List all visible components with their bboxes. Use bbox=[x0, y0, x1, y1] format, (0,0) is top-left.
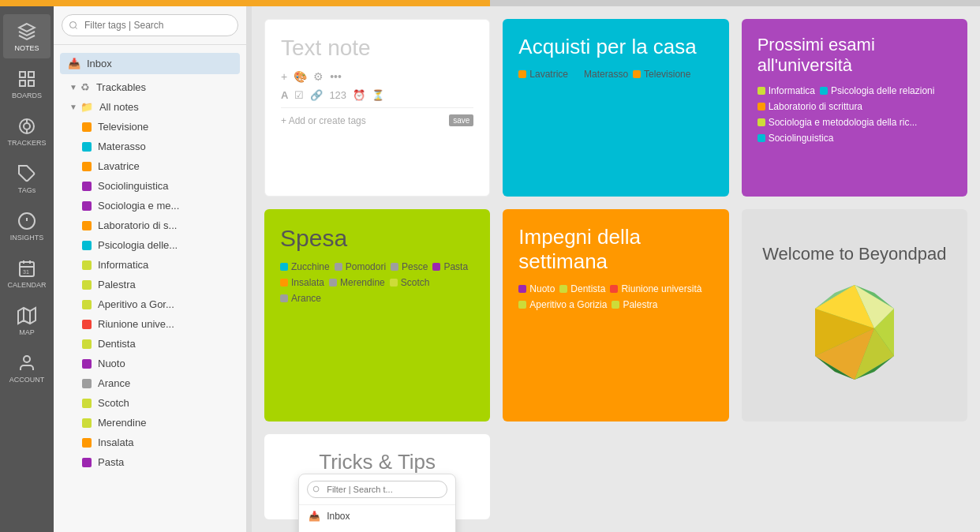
tag-chip: Dentista bbox=[559, 283, 605, 294]
overlay-search-input[interactable] bbox=[307, 481, 447, 498]
tag-chip: Sociolinguistica bbox=[757, 133, 834, 144]
allnotes-folder-icon: 📁 bbox=[80, 101, 93, 113]
list-item[interactable]: Sociolinguistica bbox=[54, 176, 246, 196]
list-item[interactable]: Informatica bbox=[54, 255, 246, 275]
list-item[interactable]: Sociologia e me... bbox=[54, 196, 246, 215]
svg-rect-2 bbox=[20, 81, 25, 86]
nav-account[interactable]: ACCOUNT bbox=[3, 346, 50, 390]
sidebar-trackables[interactable]: ▼ ♻ Trackables bbox=[54, 77, 246, 97]
prossimi-title: Prossimi esami all'università bbox=[757, 35, 952, 76]
timer-icon[interactable]: ⏳ bbox=[372, 89, 384, 101]
overlay-inbox-label: Inbox bbox=[327, 511, 350, 522]
tag-chip: Psicologia delle relazioni bbox=[820, 85, 934, 96]
nav-calendar-label: CALENDAR bbox=[7, 281, 46, 289]
tag-chip: Merendine bbox=[329, 277, 385, 288]
nav-map[interactable]: MAP bbox=[3, 298, 50, 343]
checkbox-icon[interactable]: ☑ bbox=[294, 89, 304, 101]
svg-rect-0 bbox=[20, 72, 25, 77]
tag-chip: Zucchine bbox=[280, 261, 330, 272]
impegni-tags: Nuoto Dentista Riunione università Aperi… bbox=[518, 283, 713, 310]
nav-tags-label: TAGs bbox=[18, 186, 36, 194]
impegni-title: Impegni della settimana bbox=[518, 225, 713, 274]
nav-account-label: ACCOUNT bbox=[9, 376, 45, 384]
list-item[interactable]: Aperitivo a Gor... bbox=[54, 294, 246, 314]
welcome-card: Welcome to Beyondpad bbox=[742, 209, 967, 421]
list-item[interactable]: Merendine bbox=[54, 413, 246, 433]
nav-notes-label: NOTES bbox=[14, 44, 39, 52]
left-nav: NOTES BOARDS TRACKERS bbox=[0, 6, 54, 532]
welcome-title: Welcome to Beyondpad bbox=[762, 244, 946, 264]
inbox-icon: 📥 bbox=[309, 511, 320, 522]
list-item[interactable]: Materasso bbox=[54, 137, 246, 156]
insights-icon bbox=[16, 210, 38, 232]
nav-insights[interactable]: INSIGHTS bbox=[3, 204, 50, 248]
nav-trackers[interactable]: TRACKERS bbox=[3, 109, 50, 153]
nav-tags[interactable]: TAGs bbox=[3, 156, 50, 200]
spesa-tags: Zucchine Pomodori Pesce Pasta Insalata M… bbox=[280, 261, 474, 304]
sidebar-inbox[interactable]: 📥 Inbox bbox=[60, 53, 240, 74]
sidebar-list: 📥 Inbox ▼ ♻ Trackables ▼ 📁 All notes Tel… bbox=[54, 45, 246, 532]
list-item[interactable]: Pasta bbox=[54, 452, 246, 472]
prossimi-tags: Informatica Psicologia delle relazioni L… bbox=[757, 85, 952, 144]
spesa-title: Spesa bbox=[280, 225, 474, 252]
tag-chip: Materasso bbox=[573, 69, 628, 80]
text-format-icon[interactable]: A bbox=[281, 89, 288, 101]
list-item[interactable]: Televisione bbox=[54, 117, 246, 137]
tag-chip: Aperitivo a Gorizia bbox=[518, 299, 607, 310]
list-item[interactable]: Nuoto bbox=[54, 354, 246, 373]
nav-calendar[interactable]: 31 CALENDAR bbox=[3, 251, 50, 295]
svg-point-5 bbox=[24, 123, 30, 129]
add-tags-label: + Add or create tags bbox=[281, 115, 366, 126]
list-item[interactable]: Dentista bbox=[54, 334, 246, 354]
svg-text:31: 31 bbox=[23, 269, 29, 275]
spesa-card: Spesa Zucchine Pomodori Pesce Pasta Insa… bbox=[264, 209, 490, 421]
clock-icon[interactable]: ⏰ bbox=[353, 89, 365, 101]
search-input[interactable] bbox=[62, 14, 238, 36]
number-icon[interactable]: 123 bbox=[329, 89, 346, 101]
tag-chip: Lavatrice bbox=[518, 69, 568, 80]
link-icon[interactable]: 🔗 bbox=[310, 89, 323, 101]
list-item[interactable]: Laboratorio di s... bbox=[54, 215, 246, 235]
more-icon[interactable]: ••• bbox=[330, 70, 342, 83]
settings-icon[interactable]: ⚙ bbox=[313, 70, 324, 83]
list-item[interactable]: Arance bbox=[54, 373, 246, 393]
tag-chip: Palestra bbox=[612, 299, 657, 310]
acquisti-tags: Lavatrice Materasso Televisione bbox=[518, 69, 713, 80]
nav-boards[interactable]: BOARDS bbox=[3, 62, 50, 106]
list-item[interactable]: Psicologia delle... bbox=[54, 235, 246, 255]
tag-chip: Informatica bbox=[757, 85, 815, 96]
svg-rect-1 bbox=[28, 72, 34, 77]
list-item[interactable]: Insalata bbox=[54, 433, 246, 452]
sidebar: 📥 Inbox ▼ ♻ Trackables ▼ 📁 All notes Tel… bbox=[54, 6, 247, 532]
overlay-trackables[interactable]: ▼ ♻ Trackables bbox=[299, 527, 455, 532]
calendar-icon: 31 bbox=[16, 257, 38, 279]
list-item[interactable]: Palestra bbox=[54, 275, 246, 294]
tag-chip: Nuoto bbox=[518, 283, 555, 294]
color-icon[interactable]: 🎨 bbox=[294, 70, 307, 83]
boards-icon bbox=[16, 68, 38, 90]
add-icon[interactable]: + bbox=[281, 70, 287, 83]
notes-icon bbox=[16, 21, 38, 43]
add-tags-bar[interactable]: + Add or create tags save bbox=[281, 107, 473, 126]
overlay-inbox[interactable]: 📥 Inbox bbox=[299, 505, 455, 527]
textnote-title: Text note bbox=[281, 36, 473, 61]
nav-notes[interactable]: NOTES bbox=[3, 14, 50, 58]
list-item[interactable]: Scotch bbox=[54, 393, 246, 413]
sidebar-allnotes-label: All notes bbox=[99, 101, 139, 113]
inbox-icon: 📥 bbox=[68, 58, 80, 69]
top-bar bbox=[0, 0, 980, 6]
save-button[interactable]: save bbox=[449, 114, 473, 126]
list-item[interactable]: Riunione unive... bbox=[54, 314, 246, 334]
list-item[interactable]: Lavatrice bbox=[54, 156, 246, 176]
overlay-search-bar bbox=[299, 474, 455, 505]
tag-chip: Pomodori bbox=[335, 261, 386, 272]
prossimi-card: Prossimi esami all'università Informatic… bbox=[742, 19, 967, 197]
nav-boards-label: BOARDS bbox=[12, 92, 42, 99]
sidebar-trackables-label: Trackables bbox=[96, 81, 146, 93]
sidebar-allnotes[interactable]: ▼ 📁 All notes bbox=[54, 97, 246, 117]
search-bar bbox=[54, 6, 246, 45]
nav-insights-label: INSIGHTS bbox=[10, 234, 44, 242]
tag-chip: Pesce bbox=[391, 261, 428, 272]
map-icon bbox=[16, 305, 38, 327]
acquisti-title: Acquisti per la casa bbox=[518, 35, 713, 59]
